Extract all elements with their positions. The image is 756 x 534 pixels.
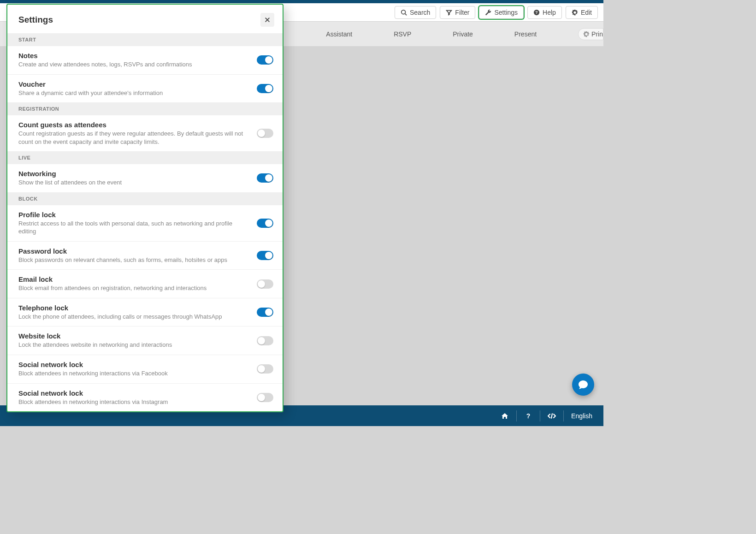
- setting-toggle[interactable]: [257, 251, 273, 260]
- print-button-label: Prin: [591, 30, 603, 38]
- setting-title: Social network lock: [18, 389, 249, 397]
- setting-description: Lock the attendees website in networking…: [18, 341, 249, 349]
- setting-row: NotesCreate and view attendees notes, lo…: [7, 46, 283, 75]
- modal-header: Settings: [7, 5, 283, 33]
- section-header: LIVE: [7, 151, 283, 164]
- chat-fab[interactable]: [572, 374, 594, 396]
- setting-title: Profile lock: [18, 211, 249, 219]
- setting-row: NetworkingShow the list of attendees on …: [7, 164, 283, 192]
- section-header: START: [7, 33, 283, 46]
- setting-row: Website lockLock the attendees website i…: [7, 326, 283, 355]
- setting-title: Count guests as attendees: [18, 121, 249, 129]
- filter-button[interactable]: Filter: [440, 6, 475, 19]
- setting-toggle[interactable]: [257, 219, 273, 228]
- setting-description: Share a dynamic card with your attendee'…: [18, 89, 249, 97]
- setting-toggle[interactable]: [257, 173, 273, 183]
- separator: [563, 410, 564, 421]
- setting-title: Voucher: [18, 80, 249, 88]
- gear-icon: [572, 9, 578, 16]
- language-selector[interactable]: English: [571, 412, 592, 420]
- close-icon: [264, 17, 271, 23]
- home-icon[interactable]: [501, 412, 509, 420]
- setting-toggle[interactable]: [257, 55, 273, 65]
- setting-toggle[interactable]: [257, 129, 273, 138]
- setting-text: NotesCreate and view attendees notes, lo…: [18, 52, 257, 69]
- column-rsvp: RSVP: [394, 30, 411, 38]
- setting-description: Block attendees in networking interactio…: [18, 398, 249, 406]
- code-icon[interactable]: [548, 412, 556, 420]
- setting-row: Social network lockBlock attendees in ne…: [7, 355, 283, 384]
- gear-icon: [583, 31, 590, 37]
- svg-line-1: [405, 13, 407, 15]
- setting-toggle[interactable]: [257, 308, 273, 317]
- setting-description: Block attendees in networking interactio…: [18, 369, 249, 378]
- modal-body: STARTNotesCreate and view attendees note…: [7, 33, 283, 411]
- setting-description: Block passwords on relevant channels, su…: [18, 256, 249, 264]
- help-button-label: Help: [543, 9, 556, 16]
- column-assistant: Assistant: [326, 30, 352, 38]
- setting-text: VoucherShare a dynamic card with your at…: [18, 80, 257, 97]
- setting-row: Count guests as attendeesCount registrat…: [7, 115, 283, 151]
- search-button[interactable]: Search: [395, 6, 436, 19]
- setting-toggle[interactable]: [257, 393, 273, 402]
- setting-text: Email lockBlock email from attendees on …: [18, 275, 257, 292]
- help-icon: ?: [533, 9, 540, 16]
- separator: [540, 410, 540, 421]
- setting-description: Show the list of attendees on the event: [18, 178, 249, 187]
- chat-icon: [578, 379, 589, 390]
- setting-description: Lock the phone of attendees, including c…: [18, 313, 249, 321]
- section-header: REGISTRATION: [7, 102, 283, 115]
- setting-title: Telephone lock: [18, 304, 249, 312]
- settings-button-label: Settings: [494, 9, 518, 16]
- setting-title: Password lock: [18, 247, 249, 255]
- setting-text: Website lockLock the attendees website i…: [18, 332, 257, 349]
- setting-toggle[interactable]: [257, 364, 273, 374]
- setting-description: Block email from attendees on registrati…: [18, 284, 249, 292]
- setting-text: Social network lockBlock attendees in ne…: [18, 389, 257, 406]
- setting-description: Count registration guests as if they wer…: [18, 130, 249, 146]
- settings-modal: Settings STARTNotesCreate and view atten…: [6, 4, 284, 412]
- column-present: Present: [514, 30, 537, 38]
- svg-text:?: ?: [535, 10, 537, 14]
- setting-text: Telephone lockLock the phone of attendee…: [18, 304, 257, 321]
- setting-toggle[interactable]: [257, 279, 273, 289]
- setting-row: Profile lockRestrict access to all the t…: [7, 205, 283, 242]
- help-icon[interactable]: ?: [524, 412, 532, 420]
- setting-title: Notes: [18, 52, 249, 59]
- setting-toggle[interactable]: [257, 84, 273, 93]
- setting-text: Profile lockRestrict access to all the t…: [18, 211, 257, 236]
- setting-text: Social network lockBlock attendees in ne…: [18, 361, 257, 378]
- setting-title: Email lock: [18, 275, 249, 283]
- search-icon: [401, 9, 407, 16]
- setting-row: Telephone lockLock the phone of attendee…: [7, 298, 283, 327]
- top-accent-bar: [0, 0, 603, 3]
- column-private: Private: [453, 30, 473, 38]
- setting-title: Website lock: [18, 332, 249, 340]
- setting-toggle[interactable]: [257, 336, 273, 345]
- setting-row: VoucherShare a dynamic card with your at…: [7, 75, 283, 103]
- setting-row: Email lockBlock email from attendees on …: [7, 270, 283, 298]
- setting-description: Restrict access to all the tools with pe…: [18, 220, 249, 236]
- search-button-label: Search: [410, 9, 430, 16]
- setting-text: Password lockBlock passwords on relevant…: [18, 247, 257, 264]
- wrench-icon: [485, 9, 491, 16]
- setting-row: Password lockBlock passwords on relevant…: [7, 242, 283, 270]
- edit-button-label: Edit: [581, 9, 592, 16]
- svg-point-0: [402, 10, 406, 14]
- separator: [516, 410, 517, 421]
- setting-text: NetworkingShow the list of attendees on …: [18, 170, 257, 187]
- setting-title: Networking: [18, 170, 249, 178]
- filter-button-label: Filter: [455, 9, 469, 16]
- setting-row: Social network lockBlock attendees in ne…: [7, 384, 283, 412]
- setting-title: Social network lock: [18, 361, 249, 368]
- setting-text: Count guests as attendeesCount registrat…: [18, 121, 257, 146]
- help-button[interactable]: ? Help: [527, 6, 562, 19]
- print-button[interactable]: Prin: [578, 28, 603, 40]
- section-header: BLOCK: [7, 192, 283, 205]
- modal-title: Settings: [18, 15, 53, 25]
- setting-description: Create and view attendees notes, logs, R…: [18, 60, 249, 69]
- close-button[interactable]: [260, 13, 274, 27]
- settings-button[interactable]: Settings: [479, 6, 524, 19]
- filter-icon: [446, 9, 452, 16]
- edit-button[interactable]: Edit: [566, 6, 598, 19]
